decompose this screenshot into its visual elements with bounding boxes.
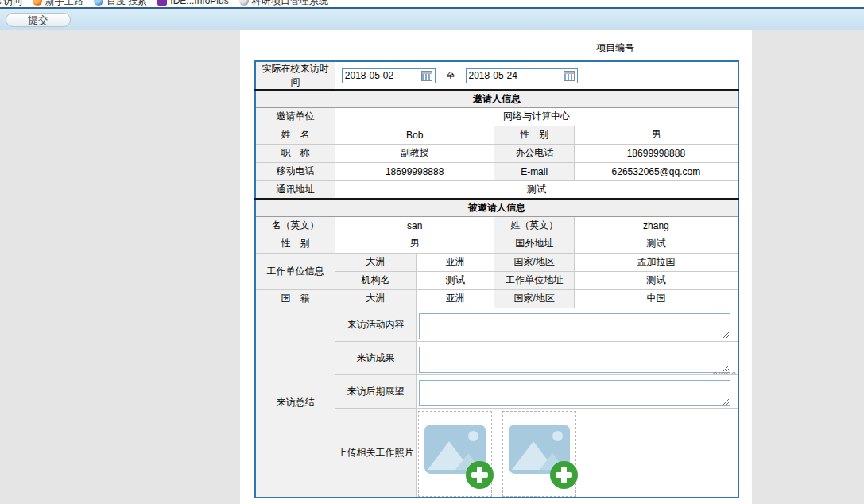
work-continent-label: 大洲 xyxy=(335,253,416,271)
bookmark-label: IDE...InfoPlus xyxy=(170,0,228,6)
bookmark-research-system[interactable]: 科研项目管理系统 xyxy=(239,0,328,7)
inviter-section-title: 邀请人信息 xyxy=(255,90,738,107)
invitee-gender-value: 男 xyxy=(335,235,494,253)
sun-icon xyxy=(552,431,563,441)
bookmark-label: 新手上路 xyxy=(45,0,83,7)
result-textarea[interactable] xyxy=(419,347,730,373)
add-photo-plus-icon[interactable] xyxy=(550,461,578,489)
inviter-gender-label: 性 别 xyxy=(494,126,574,144)
bookmarks-bar: 最常访问 新手上路 百度 搜索 IDE...InfoPlus 科研项目管理系统 xyxy=(0,0,864,7)
submit-button[interactable]: 提交 xyxy=(6,13,71,27)
inviter-office-phone-label: 办公电话 xyxy=(494,144,574,162)
visit-time-value-cell: 2018-05-02 至 2018-05-24 xyxy=(335,61,738,90)
invitee-gender-label: 性 别 xyxy=(255,235,335,253)
bookmark-label: 百度 搜索 xyxy=(107,0,147,7)
purple-app-icon xyxy=(157,0,167,6)
calendar-icon[interactable] xyxy=(564,71,575,81)
invitee-section-header: 被邀请人信息 xyxy=(255,199,738,216)
nationality-country-value: 中国 xyxy=(574,289,738,308)
firefox-icon xyxy=(33,0,42,6)
table-row: 性 别 男 国外地址 测试 xyxy=(255,235,738,253)
outlook-label: 来访后期展望 xyxy=(335,374,416,408)
nationality-continent-label: 大洲 xyxy=(335,289,416,308)
table-row: 移动电话 18699998888 E-mail 626532065@qq.com xyxy=(255,162,738,180)
visit-time-label: 实际在校来访时间 xyxy=(255,61,335,90)
upload-value-cell xyxy=(417,408,738,498)
inviter-name-value: Bob xyxy=(335,126,494,144)
inviter-address-value: 测试 xyxy=(335,180,738,199)
calendar-icon[interactable] xyxy=(421,71,432,81)
invitee-foreign-address-label: 国外地址 xyxy=(494,235,574,253)
inviter-office-phone-value: 18699998888 xyxy=(574,144,738,162)
table-row: 职 称 副教授 办公电话 18699998888 xyxy=(255,144,738,162)
table-row: 国 籍 大洲 亚洲 国家/地区 中国 xyxy=(255,289,738,308)
work-country-label: 国家/地区 xyxy=(494,253,574,271)
invitee-first-name-label: 名（英文） xyxy=(255,216,335,235)
upload-label: 上传相关工作照片 xyxy=(335,408,416,498)
activity-textarea[interactable] xyxy=(419,313,730,339)
invitee-work-unit-label: 工作单位信息 xyxy=(255,253,335,289)
table-row: 工作单位信息 大洲 亚洲 国家/地区 孟加拉国 xyxy=(255,253,738,271)
visit-form-table: 实际在校来访时间 2018-05-02 至 2018-05-24 邀请人信息 xyxy=(254,60,739,498)
work-address-label: 工作单位地址 xyxy=(494,271,574,289)
result-label: 来访成果 xyxy=(335,341,416,374)
inviter-address-label: 通讯地址 xyxy=(255,180,335,199)
table-row: 通讯地址 测试 xyxy=(255,180,738,199)
right-gutter xyxy=(752,30,864,504)
inviter-email-value: 626532065@qq.com xyxy=(574,162,738,180)
char-counter: 0/800 xyxy=(712,370,736,375)
inviter-section-header: 邀请人信息 xyxy=(255,90,738,107)
bookmark-most-visited[interactable]: 最常访问 xyxy=(0,0,22,7)
project-number-label: 项目编号 xyxy=(596,41,634,55)
invitee-last-name-label: 姓（英文） xyxy=(494,216,574,235)
bookmark-label: 最常访问 xyxy=(0,0,22,7)
upload-photo-box-2[interactable] xyxy=(502,411,576,497)
nationality-country-label: 国家/地区 xyxy=(494,289,574,308)
left-gutter xyxy=(0,30,240,504)
bookmark-baidu-search[interactable]: 百度 搜索 xyxy=(94,0,147,7)
work-country-value: 孟加拉国 xyxy=(574,253,738,271)
visit-end-date-input[interactable]: 2018-05-24 xyxy=(466,68,578,83)
activity-label: 来访活动内容 xyxy=(335,308,416,341)
activity-row: 来访总结 来访活动内容 xyxy=(255,308,738,341)
invitee-first-name-value: san xyxy=(335,216,494,235)
inviter-unit-label: 邀请单位 xyxy=(255,107,335,126)
activity-value-cell xyxy=(417,308,738,341)
visit-start-date-value: 2018-05-02 xyxy=(345,70,393,81)
outlook-value-cell xyxy=(417,374,738,408)
inviter-job-title-label: 职 称 xyxy=(255,144,335,162)
invitee-foreign-address-value: 测试 xyxy=(574,235,738,253)
summary-group-label: 来访总结 xyxy=(255,308,335,498)
outlook-textarea[interactable] xyxy=(419,380,730,406)
invitee-section-title: 被邀请人信息 xyxy=(255,199,738,216)
table-row: 邀请单位 网络与计算中心 xyxy=(255,107,738,126)
org-name-value: 测试 xyxy=(417,271,494,289)
org-name-label: 机构名 xyxy=(335,271,416,289)
visit-end-date-value: 2018-05-24 xyxy=(469,70,517,81)
globe-gray-icon xyxy=(239,0,249,6)
visit-start-date-input[interactable]: 2018-05-02 xyxy=(342,68,436,83)
inviter-email-label: E-mail xyxy=(494,162,574,180)
sun-icon xyxy=(468,431,478,441)
bookmark-ide-infoplus[interactable]: IDE...InfoPlus xyxy=(157,0,228,6)
date-range-separator: 至 xyxy=(446,69,455,83)
nationality-continent-value: 亚洲 xyxy=(417,289,494,308)
inviter-job-title-value: 副教授 xyxy=(335,144,494,162)
bookmark-label: 科研项目管理系统 xyxy=(252,0,328,7)
form-page: 项目编号 实际在校来访时间 2018-05-02 至 2018-05-24 xyxy=(240,30,752,504)
upload-photo-box-1[interactable] xyxy=(418,411,492,497)
invitee-last-name-value: zhang xyxy=(574,216,738,235)
nationality-label: 国 籍 xyxy=(255,289,335,308)
visit-time-row: 实际在校来访时间 2018-05-02 至 2018-05-24 xyxy=(255,61,738,90)
inviter-name-label: 姓 名 xyxy=(255,126,335,144)
bookmark-getting-started[interactable]: 新手上路 xyxy=(33,0,83,7)
work-continent-value: 亚洲 xyxy=(417,253,494,271)
inviter-gender-value: 男 xyxy=(574,126,738,144)
inviter-mobile-label: 移动电话 xyxy=(255,162,335,180)
table-row: 姓 名 Bob 性 别 男 xyxy=(255,126,738,144)
work-address-value: 测试 xyxy=(574,271,738,289)
inviter-mobile-value: 18699998888 xyxy=(335,162,494,180)
result-value-cell: 0/800 xyxy=(417,341,738,374)
action-toolbar: 提交 xyxy=(0,7,864,30)
add-photo-plus-icon[interactable] xyxy=(466,461,494,489)
